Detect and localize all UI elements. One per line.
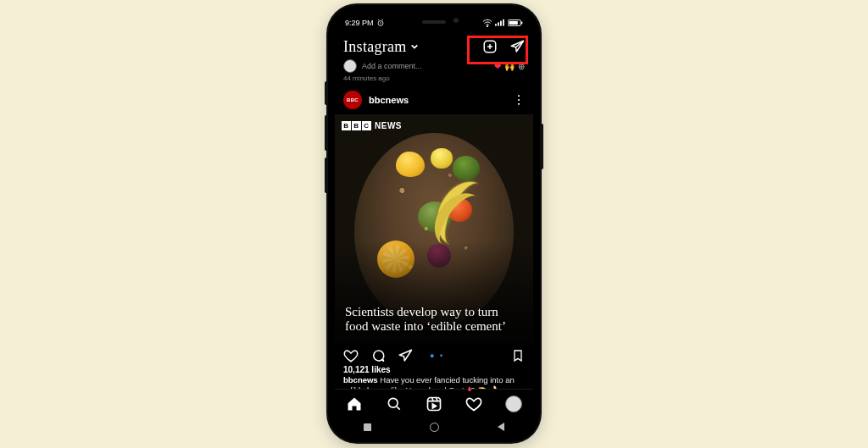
bbc-watermark: BBC NEWS: [342, 121, 402, 130]
status-time: 9:29 PM: [345, 19, 374, 27]
activity-badge: [468, 388, 471, 391]
side-button: [325, 81, 328, 105]
notch: [398, 12, 470, 29]
caption-username: bbcnews: [343, 375, 378, 384]
power-button: [540, 124, 543, 169]
nav-profile[interactable]: [504, 395, 523, 413]
hands-icon: 🙌: [504, 62, 515, 71]
stage: 9:29 PM: [0, 0, 868, 448]
new-post-icon[interactable]: [482, 39, 498, 54]
nav-reels[interactable]: [425, 395, 443, 413]
battery-icon: [508, 19, 523, 27]
nav-activity[interactable]: [465, 395, 483, 413]
plus-circle-icon: ⊕: [518, 62, 525, 71]
profile-avatar-icon: [505, 395, 522, 412]
bottom-nav: [335, 389, 533, 418]
add-comment-placeholder[interactable]: Add a comment...: [362, 62, 422, 70]
post-username[interactable]: bbcnews: [369, 95, 409, 105]
share-icon[interactable]: [398, 348, 413, 363]
comment-avatar: [343, 59, 357, 73]
screen: 9:29 PM: [335, 12, 533, 435]
svg-rect-4: [500, 21, 502, 26]
svg-rect-2: [495, 24, 497, 25]
chevron-down-icon: [410, 42, 419, 51]
wifi-icon: [482, 19, 492, 27]
messenger-icon[interactable]: [509, 39, 525, 54]
svg-rect-11: [427, 398, 440, 411]
svg-rect-7: [509, 21, 517, 25]
svg-rect-5: [503, 19, 504, 26]
post-image[interactable]: BBC NEWS Scientists develop way to turn …: [335, 114, 533, 343]
like-icon[interactable]: [343, 348, 359, 363]
android-nav: [335, 418, 533, 435]
volume-up-button: [325, 115, 328, 151]
post-actions: ● •: [335, 343, 533, 365]
svg-rect-8: [521, 22, 522, 25]
app-header: Instagram: [335, 32, 533, 59]
nav-search[interactable]: [385, 395, 403, 413]
svg-point-10: [389, 398, 398, 407]
post-header: BBC bbcnews ⋯: [335, 86, 533, 114]
comment-icon[interactable]: [370, 348, 386, 363]
brand-label: Instagram: [343, 38, 407, 56]
android-back[interactable]: [498, 423, 504, 431]
android-home[interactable]: [430, 423, 439, 432]
post-more-icon[interactable]: ⋯: [516, 94, 521, 107]
quick-reactions[interactable]: ❤ 🙌 ⊕: [494, 62, 525, 71]
alarm-icon: [376, 19, 385, 27]
bbc-news-label: NEWS: [375, 121, 402, 130]
heart-icon: ❤: [494, 62, 501, 71]
svg-rect-3: [498, 22, 499, 25]
phone-frame: 9:29 PM: [328, 5, 540, 442]
post-avatar[interactable]: BBC: [343, 91, 362, 109]
signal-icon: [495, 19, 505, 27]
post-time: 44 minutes ago: [343, 75, 525, 82]
previous-post-snippet: Add a comment... ❤ 🙌 ⊕ 44 minutes ago: [335, 59, 533, 86]
svg-point-1: [487, 25, 487, 26]
nav-home[interactable]: [345, 395, 364, 413]
likes-count[interactable]: 10,121 likes: [335, 365, 533, 374]
save-icon[interactable]: [511, 348, 525, 363]
post-headline: Scientists develop way to turn food wast…: [345, 305, 523, 335]
android-recents[interactable]: [364, 423, 371, 431]
volume-down-button: [325, 158, 328, 193]
avatar-text: BBC: [347, 97, 359, 102]
brand-dropdown[interactable]: Instagram: [343, 38, 419, 56]
carousel-dots: ● •: [430, 351, 444, 360]
